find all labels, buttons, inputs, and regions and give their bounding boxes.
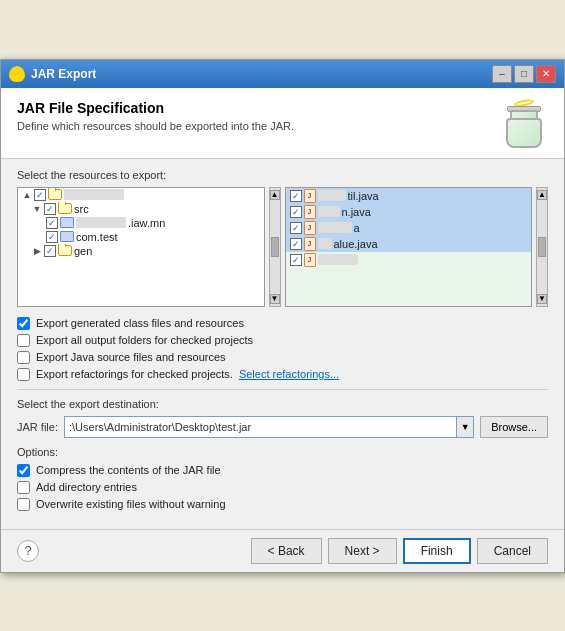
item-label-root	[64, 189, 124, 200]
package-icon-iaw	[60, 217, 74, 228]
maximize-button[interactable]: □	[514, 65, 534, 83]
back-button[interactable]: < Back	[251, 538, 322, 564]
scroll-up-arrow[interactable]: ▲	[270, 190, 280, 200]
browse-button[interactable]: Browse...	[480, 416, 548, 438]
checkbox-gen[interactable]	[44, 245, 56, 257]
file-cb-1[interactable]	[290, 190, 302, 202]
scroll-thumb[interactable]	[271, 237, 279, 257]
compress-label: Compress the contents of the JAR file	[36, 464, 221, 476]
add-directory-checkbox[interactable]	[17, 481, 30, 494]
jar-dropdown-button[interactable]: ▼	[456, 416, 474, 438]
file-name-blurred-2	[318, 206, 340, 217]
export-checkboxes: Export generated class files and resourc…	[17, 317, 548, 381]
file-item-3[interactable]: J a	[286, 220, 532, 236]
footer-left: ?	[17, 540, 39, 562]
package-icon-comtest	[60, 231, 74, 242]
file-name-blurred-4	[318, 238, 332, 249]
file-label-4: alue.java	[334, 238, 378, 250]
jar-file-input[interactable]	[64, 416, 456, 438]
file-cb-2[interactable]	[290, 206, 302, 218]
title-buttons: – □ ✕	[492, 65, 556, 83]
right-scroll-thumb[interactable]	[538, 237, 546, 257]
tree-item-iaw[interactable]: .iaw.mn	[18, 216, 264, 230]
file-cb-4[interactable]	[290, 238, 302, 250]
file-item-5[interactable]: J	[286, 252, 532, 268]
checkbox-iaw[interactable]	[46, 217, 58, 229]
cancel-button[interactable]: Cancel	[477, 538, 548, 564]
export-refactorings-checkbox[interactable]	[17, 368, 30, 381]
file-cb-3[interactable]	[290, 222, 302, 234]
export-output-folders-row: Export all output folders for checked pr…	[17, 334, 548, 347]
folder-icon-src	[58, 203, 72, 214]
item-label-gen: gen	[74, 245, 92, 257]
file-item-4[interactable]: J alue.java	[286, 236, 532, 252]
item-label-src: src	[74, 203, 89, 215]
divider-1	[17, 389, 548, 390]
export-java-source-label: Export Java source files and resources	[36, 351, 226, 363]
left-scrollbar[interactable]: ▲ ▼	[269, 187, 281, 307]
file-item-2[interactable]: J n.java	[286, 204, 532, 220]
right-file-panel[interactable]: J til.java J n.java J a	[285, 187, 533, 307]
jar-body	[506, 118, 542, 148]
tree-item-src[interactable]: ▼ src	[18, 202, 264, 216]
jar-file-label: JAR file:	[17, 421, 58, 433]
destination-section: Select the export destination: JAR file:…	[17, 398, 548, 438]
export-output-folders-label: Export all output folders for checked pr…	[36, 334, 253, 346]
footer-buttons: < Back Next > Finish Cancel	[251, 538, 548, 564]
header-title: JAR File Specification	[17, 100, 294, 116]
checkbox-comtest[interactable]	[46, 231, 58, 243]
expand-arrow-src: ▼	[32, 204, 42, 214]
file-name-blurred-1	[318, 190, 346, 201]
left-tree-panel[interactable]: ▲ ▼ src .iaw.mn	[17, 187, 265, 307]
overwrite-label: Overwrite existing files without warning	[36, 498, 226, 510]
right-scrollbar[interactable]: ▲ ▼	[536, 187, 548, 307]
close-button[interactable]: ✕	[536, 65, 556, 83]
right-scroll-down[interactable]: ▼	[537, 294, 547, 304]
title-bar: JAR Export – □ ✕	[1, 60, 564, 88]
minimize-button[interactable]: –	[492, 65, 512, 83]
jar-export-window: JAR Export – □ ✕ JAR File Specification …	[0, 59, 565, 573]
export-java-source-row: Export Java source files and resources	[17, 351, 548, 364]
checkbox-src[interactable]	[44, 203, 56, 215]
file-label-2: n.java	[342, 206, 371, 218]
finish-button[interactable]: Finish	[403, 538, 471, 564]
header-text: JAR File Specification Define which reso…	[17, 100, 294, 132]
item-label-iaw-text: .iaw.mn	[128, 217, 165, 229]
export-refactorings-label: Export refactorings for checked projects…	[36, 368, 233, 380]
select-refactorings-link[interactable]: Select refactorings...	[239, 368, 339, 380]
expand-arrow-root: ▲	[22, 190, 32, 200]
right-scroll-up[interactable]: ▲	[537, 190, 547, 200]
file-item-1[interactable]: J til.java	[286, 188, 532, 204]
footer: ? < Back Next > Finish Cancel	[1, 529, 564, 572]
export-output-folders-checkbox[interactable]	[17, 334, 30, 347]
header-description: Define which resources should be exporte…	[17, 120, 294, 132]
window-title: JAR Export	[31, 67, 96, 81]
destination-label: Select the export destination:	[17, 398, 548, 410]
jar-file-input-wrap: ▼	[64, 416, 474, 438]
export-class-files-row: Export generated class files and resourc…	[17, 317, 548, 330]
main-content: Select the resources to export: ▲ ▼ src	[1, 159, 564, 529]
options-label: Options:	[17, 446, 548, 458]
add-directory-row: Add directory entries	[17, 481, 548, 494]
expand-arrow-gen: ▶	[32, 246, 42, 256]
tree-item-root[interactable]: ▲	[18, 188, 264, 202]
java-icon-5: J	[304, 253, 316, 267]
compress-row: Compress the contents of the JAR file	[17, 464, 548, 477]
scroll-down-arrow[interactable]: ▼	[270, 294, 280, 304]
add-directory-label: Add directory entries	[36, 481, 137, 493]
options-section: Options: Compress the contents of the JA…	[17, 446, 548, 511]
export-java-source-checkbox[interactable]	[17, 351, 30, 364]
export-class-files-checkbox[interactable]	[17, 317, 30, 330]
java-icon-3: J	[304, 221, 316, 235]
file-name-blurred-3	[318, 222, 352, 233]
compress-checkbox[interactable]	[17, 464, 30, 477]
tree-item-gen[interactable]: ▶ gen	[18, 244, 264, 258]
help-button[interactable]: ?	[17, 540, 39, 562]
folder-icon-gen	[58, 245, 72, 256]
next-button[interactable]: Next >	[328, 538, 397, 564]
checkbox-root[interactable]	[34, 189, 46, 201]
file-cb-5[interactable]	[290, 254, 302, 266]
tree-item-comtest[interactable]: com.test	[18, 230, 264, 244]
file-label-3: a	[354, 222, 360, 234]
overwrite-checkbox[interactable]	[17, 498, 30, 511]
